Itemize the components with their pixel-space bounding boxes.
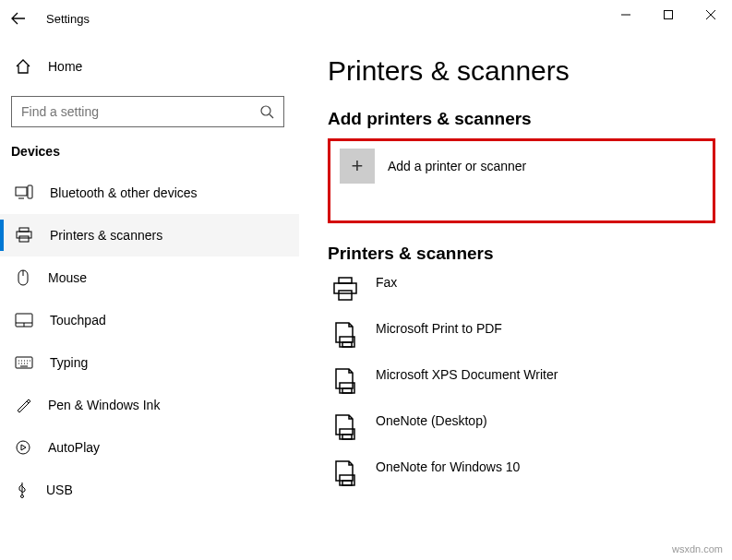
pen-icon [15, 397, 31, 413]
back-button[interactable] [0, 0, 37, 37]
sidebar-item-label: AutoPlay [48, 440, 100, 455]
autoplay-icon [15, 439, 31, 456]
svg-rect-5 [17, 232, 31, 238]
home-label: Home [48, 59, 82, 74]
touchpad-icon [15, 313, 33, 328]
search-input[interactable] [21, 104, 259, 119]
svg-rect-22 [342, 481, 352, 485]
device-label: Microsoft Print to PDF [376, 319, 502, 336]
sidebar-item-printers[interactable]: Printers & scanners [0, 214, 299, 256]
mouse-icon [15, 269, 31, 286]
devices-icon [15, 185, 33, 201]
device-item-onenote-desktop[interactable]: OneNote (Desktop) [328, 411, 732, 445]
maximize-icon [663, 9, 674, 20]
close-button[interactable] [690, 0, 732, 30]
printer-icon [15, 227, 33, 244]
minimize-button[interactable] [605, 0, 647, 30]
keyboard-icon [15, 356, 33, 369]
device-label: Fax [376, 273, 397, 290]
sidebar-item-label: USB [46, 483, 73, 497]
search-icon [259, 104, 274, 119]
usb-icon [15, 482, 30, 498]
svg-point-1 [261, 106, 270, 115]
sidebar-item-label: Mouse [48, 270, 87, 285]
svg-rect-6 [19, 236, 29, 242]
sidebar-item-pen[interactable]: Pen & Windows Ink [0, 384, 299, 426]
svg-rect-12 [339, 278, 352, 283]
highlighted-add-region: + Add a printer or scanner [328, 138, 715, 223]
app-title: Settings [46, 12, 90, 26]
svg-rect-4 [19, 228, 29, 232]
plus-icon: + [340, 149, 375, 184]
sidebar-item-label: Printers & scanners [50, 228, 162, 243]
devices-section-title: Printers & scanners [328, 244, 732, 264]
titlebar: Settings [0, 0, 732, 37]
sidebar-item-label: Touchpad [50, 313, 106, 328]
sidebar: Home Devices Bluetooth & other devices P… [0, 37, 300, 560]
page-printer-icon [328, 365, 363, 399]
device-item-fax[interactable]: Fax [328, 273, 732, 306]
page-title: Printers & scanners [328, 55, 732, 87]
printer-icon [328, 273, 363, 306]
minimize-icon [620, 9, 631, 20]
home-icon [15, 58, 31, 75]
svg-rect-20 [342, 435, 352, 439]
sidebar-item-usb[interactable]: USB [0, 469, 299, 511]
sidebar-item-label: Bluetooth & other devices [50, 185, 198, 200]
sidebar-item-typing[interactable]: Typing [0, 341, 299, 384]
svg-rect-2 [16, 187, 27, 196]
device-label: OneNote for Windows 10 [376, 458, 520, 474]
add-section-title: Add printers & scanners [328, 109, 732, 129]
sidebar-item-label: Pen & Windows Ink [48, 398, 160, 412]
add-printer-button[interactable]: + Add a printer or scanner [340, 149, 703, 184]
back-arrow-icon [11, 11, 26, 26]
device-item-print-pdf[interactable]: Microsoft Print to PDF [328, 319, 732, 352]
sidebar-section-title: Devices [0, 144, 299, 159]
add-printer-label: Add a printer or scanner [388, 159, 526, 173]
svg-rect-0 [665, 11, 673, 19]
device-list: Fax Microsoft Print to PDF Microsoft XPS… [328, 273, 732, 491]
page-printer-icon [328, 411, 363, 445]
svg-rect-3 [28, 185, 32, 198]
svg-rect-13 [334, 283, 356, 293]
page-printer-icon [328, 319, 363, 352]
svg-rect-18 [342, 388, 352, 393]
home-nav[interactable]: Home [0, 48, 299, 85]
sidebar-item-bluetooth[interactable]: Bluetooth & other devices [0, 172, 299, 214]
device-label: Microsoft XPS Document Writer [376, 365, 558, 382]
close-icon [705, 9, 716, 20]
main-panel: Printers & scanners Add printers & scann… [300, 37, 732, 560]
device-item-onenote-w10[interactable]: OneNote for Windows 10 [328, 458, 732, 491]
svg-point-10 [17, 441, 30, 454]
maximize-button[interactable] [647, 0, 690, 30]
page-printer-icon [328, 458, 363, 491]
sidebar-item-label: Typing [50, 355, 88, 370]
device-label: OneNote (Desktop) [376, 411, 487, 428]
sidebar-item-mouse[interactable]: Mouse [0, 256, 299, 299]
svg-rect-14 [339, 291, 352, 300]
search-box[interactable] [11, 96, 284, 127]
window-controls [605, 0, 732, 30]
sidebar-item-autoplay[interactable]: AutoPlay [0, 426, 299, 469]
device-item-xps[interactable]: Microsoft XPS Document Writer [328, 365, 732, 399]
sidebar-item-touchpad[interactable]: Touchpad [0, 299, 299, 341]
watermark: wsxdn.com [672, 543, 723, 554]
svg-point-11 [21, 495, 24, 498]
svg-rect-16 [342, 342, 352, 347]
